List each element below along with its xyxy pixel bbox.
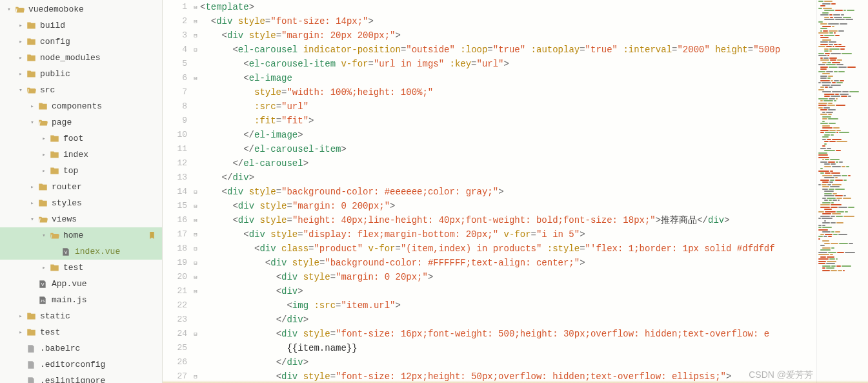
tree-item-foot[interactable]: ▸foot <box>0 130 162 147</box>
code-line[interactable]: <img :src="item.url"> <box>200 298 816 313</box>
code-line[interactable]: <div style="height: 40px;line-height: 40… <box>200 213 816 227</box>
file-tree-sidebar[interactable]: ▾vuedemoboke▸build▸config▸node_modules▸p… <box>0 0 163 383</box>
code-line[interactable]: <el-image <box>200 71 816 85</box>
tree-item-test[interactable]: ▸test <box>0 260 162 276</box>
code-area[interactable]: <template> <div style="font-size: 14px;"… <box>200 0 816 383</box>
fold-minus-icon[interactable]: ⊟ <box>191 185 200 199</box>
code-line[interactable]: <el-carousel indicator-position="outside… <box>200 43 816 57</box>
code-line[interactable]: <div style="display: flex;margin-bottom:… <box>200 227 816 242</box>
line-number: 10 <box>163 128 187 142</box>
fold-spacer <box>191 355 200 369</box>
code-line[interactable]: <div style="margin: 0 20px;"> <box>200 270 816 284</box>
tree-item-home[interactable]: ▾home <box>0 227 162 243</box>
code-line[interactable]: <el-carousel-item v-for="url in imgs" :k… <box>200 57 816 71</box>
chevron-right-icon[interactable]: ▸ <box>28 103 36 110</box>
tree-item-styles[interactable]: ▸styles <box>0 195 162 211</box>
code-line[interactable]: <div style="margin: 20px 200px;"> <box>200 28 816 43</box>
chevron-right-icon[interactable]: ▸ <box>28 200 36 207</box>
chevron-down-icon[interactable]: ▾ <box>5 6 13 13</box>
tree-item-label: router <box>52 182 82 192</box>
fold-minus-icon[interactable]: ⊟ <box>191 0 200 14</box>
fold-minus-icon[interactable]: ⊟ <box>191 270 200 284</box>
code-line[interactable]: :src="url" <box>200 99 816 114</box>
chevron-right-icon[interactable]: ▸ <box>17 22 25 29</box>
tree-item-page[interactable]: ▾page <box>0 114 162 130</box>
fold-minus-icon[interactable]: ⊟ <box>191 284 200 298</box>
tree-item-index[interactable]: ▸index <box>0 147 162 163</box>
minimap[interactable] <box>816 0 868 383</box>
code-line[interactable]: </div> <box>200 313 816 327</box>
fold-minus-icon[interactable]: ⊟ <box>191 43 200 57</box>
chevron-right-icon[interactable]: ▸ <box>40 167 48 174</box>
chevron-right-icon[interactable]: ▸ <box>17 70 25 78</box>
chevron-right-icon[interactable]: ▸ <box>17 38 25 45</box>
code-line[interactable]: <div style="font-size: 12px;height: 50px… <box>200 369 816 383</box>
chevron-right-icon[interactable]: ▸ <box>17 313 25 320</box>
code-line[interactable]: </el-carousel-item> <box>200 142 816 156</box>
tree-item-node_modules[interactable]: ▸node_modules <box>0 50 162 66</box>
tree-item-top[interactable]: ▸top <box>0 163 162 179</box>
code-line[interactable]: :fit="fit"> <box>200 114 816 128</box>
fold-minus-icon[interactable]: ⊟ <box>191 227 200 242</box>
chevron-down-icon[interactable]: ▾ <box>28 216 36 223</box>
tree-item-test[interactable]: ▸test <box>0 324 162 340</box>
tree-item-components[interactable]: ▸components <box>0 98 162 114</box>
fold-minus-icon[interactable]: ⊟ <box>191 28 200 43</box>
line-number: 21 <box>163 284 187 298</box>
tree-item-vuedemoboke[interactable]: ▾vuedemoboke <box>0 1 162 17</box>
tree-item-main-js[interactable]: JSmain.js <box>0 292 162 308</box>
code-editor[interactable]: 1234567891011121314151617181920212223242… <box>163 0 868 383</box>
code-line[interactable]: <div style="background-color: #FFFFFF;te… <box>200 256 816 270</box>
code-line[interactable]: <div style="background-color: #eeeeee;co… <box>200 185 816 199</box>
fold-minus-icon[interactable]: ⊟ <box>191 199 200 213</box>
fold-minus-icon[interactable]: ⊟ <box>191 71 200 85</box>
code-line[interactable]: <div style="font-size: 16px;font-weight:… <box>200 327 816 341</box>
tree-item--eslintignore[interactable]: .eslintignore <box>0 373 162 383</box>
tree-item--editorconfig[interactable]: .editorconfig <box>0 357 162 373</box>
fold-minus-icon[interactable]: ⊟ <box>191 327 200 341</box>
tree-item-App-vue[interactable]: VApp.vue <box>0 276 162 292</box>
line-number: 8 <box>163 99 187 114</box>
fold-minus-icon[interactable]: ⊟ <box>191 256 200 270</box>
code-line[interactable]: </el-carousel> <box>200 156 816 171</box>
chevron-down-icon[interactable]: ▾ <box>28 119 36 126</box>
code-line[interactable]: <div style="margin: 0 200px;"> <box>200 199 816 213</box>
fold-spacer <box>191 313 200 327</box>
chevron-right-icon[interactable]: ▸ <box>40 135 48 142</box>
folder-icon <box>49 150 59 160</box>
code-line[interactable]: {{item.name}} <box>200 341 816 355</box>
tree-item-router[interactable]: ▸router <box>0 179 162 195</box>
fold-minus-icon[interactable]: ⊟ <box>191 213 200 227</box>
code-line[interactable]: </div> <box>200 171 816 185</box>
tree-item--babelrc[interactable]: .babelrc <box>0 340 162 357</box>
chevron-right-icon[interactable]: ▸ <box>28 183 36 191</box>
chevron-down-icon[interactable]: ▾ <box>40 232 48 239</box>
line-number: 26 <box>163 355 187 369</box>
code-line[interactable]: </el-image> <box>200 128 816 142</box>
tree-item-src[interactable]: ▾src <box>0 82 162 98</box>
tree-item-views[interactable]: ▾views <box>0 211 162 227</box>
code-line[interactable]: <div> <box>200 284 816 298</box>
code-line[interactable]: <div style="font-size: 14px;"> <box>200 14 816 28</box>
code-line[interactable]: style="width: 100%;height: 100%;" <box>200 85 816 99</box>
code-line[interactable]: <template> <box>200 0 816 14</box>
fold-minus-icon[interactable]: ⊟ <box>191 242 200 256</box>
fold-minus-icon[interactable]: ⊟ <box>191 14 200 28</box>
tree-item-build[interactable]: ▸build <box>0 17 162 34</box>
code-line[interactable]: <div class="product" v-for="(item,index)… <box>200 242 816 256</box>
chevron-right-icon[interactable]: ▸ <box>17 329 25 336</box>
tree-item-index-vue[interactable]: Vindex.vue <box>0 243 162 260</box>
chevron-down-icon[interactable]: ▾ <box>17 87 25 94</box>
chevron-right-icon[interactable]: ▸ <box>40 264 48 271</box>
fold-minus-icon[interactable]: ⊟ <box>191 369 200 383</box>
chevron-right-icon[interactable]: ▸ <box>17 54 25 61</box>
line-number: 18 <box>163 242 187 256</box>
chevron-right-icon[interactable]: ▸ <box>40 151 48 158</box>
tree-item-static[interactable]: ▸static <box>0 308 162 324</box>
fold-spacer <box>191 156 200 171</box>
fold-column[interactable]: ⊟⊟⊟⊟⊟⊟⊟⊟⊟⊟⊟⊟⊟⊟⊟ <box>191 0 200 383</box>
tree-item-config[interactable]: ▸config <box>0 34 162 50</box>
folder-icon <box>49 263 59 273</box>
tree-item-public[interactable]: ▸public <box>0 66 162 82</box>
code-line[interactable]: </div> <box>200 355 816 369</box>
